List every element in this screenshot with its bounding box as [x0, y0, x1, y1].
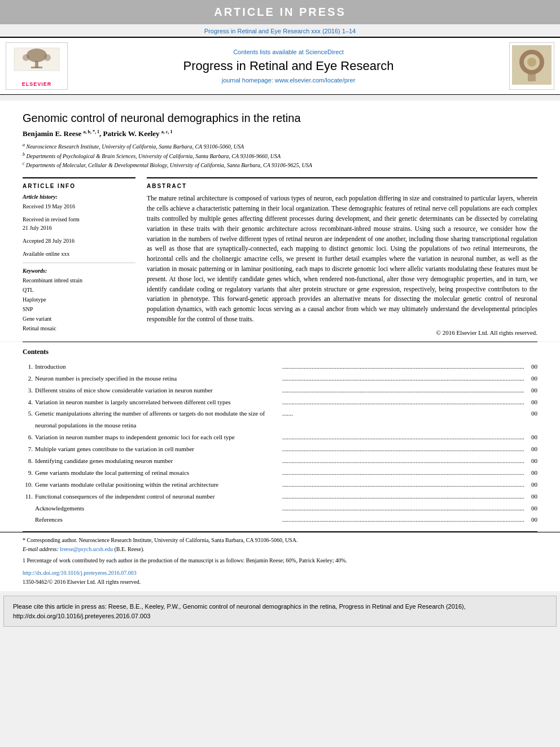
email-label: E-mail address:: [23, 546, 59, 552]
journal-title: Progress in Retinal and Eye Research: [73, 59, 504, 73]
email-address[interactable]: lreese@psych.ucsb.edu: [60, 546, 113, 552]
percentage-note: 1 Percentage of work contributed by each…: [23, 556, 537, 565]
journal-header: ELSEVIER Contents lists available at Sci…: [0, 37, 560, 95]
article-info-heading: ARTICLE INFO: [23, 183, 135, 189]
list-item: Acknowledgements .......................…: [23, 503, 537, 514]
abstract-column: ABSTRACT The mature retinal architecture…: [147, 177, 537, 336]
available-date: Available online xxx: [23, 250, 135, 258]
affiliation-c: c Departments of Molecular, Cellular & D…: [23, 160, 537, 169]
keyword-3: Haplotype: [23, 295, 135, 304]
list-item: 8. Identifying candidate genes modulatin…: [23, 455, 537, 467]
journal-title-section: Contents lists available at ScienceDirec…: [68, 49, 509, 84]
revised-date: Received in revised form21 July 2016: [23, 215, 135, 232]
authors: Benjamin E. Reese a, b, *, 1, Patrick W.…: [23, 129, 537, 138]
elsevier-logo-section: ELSEVIER: [6, 42, 68, 90]
citation-note: Please cite this article in press as: Re…: [3, 596, 557, 627]
accepted-date: Accepted 28 July 2016: [23, 237, 135, 245]
keyword-6: Retinal mosaic: [23, 324, 135, 333]
copyright: © 2016 Elsevier Ltd. All rights reserved…: [147, 329, 537, 336]
sciencedirect-text: Contents lists available at ScienceDirec…: [73, 49, 504, 55]
issn-text: 1350-9462/© 2016 Elsevier Ltd. All right…: [23, 578, 537, 587]
journal-reference: Progress in Retinal and Eye Research xxx…: [0, 24, 560, 37]
svg-point-1: [27, 49, 47, 62]
svg-point-4: [23, 54, 29, 61]
list-item: 4. Variation in neuron number is largely…: [23, 396, 537, 408]
corresponding-author: * Corresponding author. Neuroscience Res…: [23, 536, 537, 545]
affiliation-a: a Neuroscience Research Institute, Unive…: [23, 142, 537, 151]
keyword-2: QTL: [23, 285, 135, 295]
elsevier-label: ELSEVIER: [8, 81, 65, 87]
article-in-press-bar: ARTICLE IN PRESS: [0, 0, 560, 24]
email-line: E-mail address: lreese@psych.ucsb.edu (B…: [23, 545, 537, 554]
main-content: Genomic control of neuronal demographics…: [0, 101, 560, 342]
footnotes-section: * Corresponding author. Neuroscience Res…: [0, 532, 560, 591]
article-title: Genomic control of neuronal demographics…: [23, 112, 537, 125]
article-info-column: ARTICLE INFO Article history: Received 1…: [23, 177, 135, 336]
elsevier-tree-icon: [11, 45, 62, 78]
article-body: ARTICLE INFO Article history: Received 1…: [23, 177, 537, 336]
history-label: Article history:: [23, 194, 135, 200]
keyword-4: SNP: [23, 304, 135, 314]
list-item: 5. Genetic manipulations altering the nu…: [23, 408, 537, 431]
svg-rect-3: [31, 67, 42, 68]
svg-point-8: [527, 58, 536, 67]
list-item: 7. Multiple variant genes contribute to …: [23, 443, 537, 455]
list-item: 10. Gene variants modulate cellular posi…: [23, 479, 537, 491]
list-item: 3. Different strains of mice show consid…: [23, 385, 537, 396]
contents-list: 1. Introduction ........................…: [23, 361, 537, 526]
list-item: 11. Functional consequences of the indep…: [23, 491, 537, 503]
list-item: 2. Neuron number is precisely specified …: [23, 373, 537, 385]
abstract-text: The mature retinal architecture is compo…: [147, 194, 537, 325]
list-item: References .............................…: [23, 514, 537, 526]
info-divider: [23, 263, 135, 263]
keywords-label: Keywords:: [23, 268, 135, 274]
homepage-link: journal homepage: www.elsevier.com/locat…: [73, 77, 504, 84]
journal-logo-icon: [512, 45, 552, 85]
email-suffix: (B.E. Reese).: [114, 546, 144, 552]
svg-rect-9: [528, 72, 536, 81]
abstract-heading: ABSTRACT: [147, 183, 537, 189]
keywords-list: Recombinant inbred strain QTL Haplotype …: [23, 276, 135, 333]
contents-heading: Contents: [23, 348, 537, 356]
contents-section: Contents 1. Introduction ...............…: [0, 342, 560, 531]
list-item: 6. Variation in neuron number maps to in…: [23, 431, 537, 443]
doi-link[interactable]: http://dx.doi.org/10.1016/j.preteyeres.2…: [23, 570, 137, 576]
journal-logo-section: [509, 42, 554, 90]
svg-point-5: [44, 54, 51, 61]
keyword-5: Gene variant: [23, 314, 135, 324]
affiliation-b: b Departments of Psychological & Brain S…: [23, 151, 537, 160]
affiliations: a Neuroscience Research Institute, Unive…: [23, 142, 537, 169]
received-date: Received 19 May 2016: [23, 202, 135, 211]
list-item: 1. Introduction ........................…: [23, 361, 537, 373]
list-item: 9. Gene variants modulate the local patt…: [23, 467, 537, 479]
keyword-1: Recombinant inbred strain: [23, 276, 135, 285]
